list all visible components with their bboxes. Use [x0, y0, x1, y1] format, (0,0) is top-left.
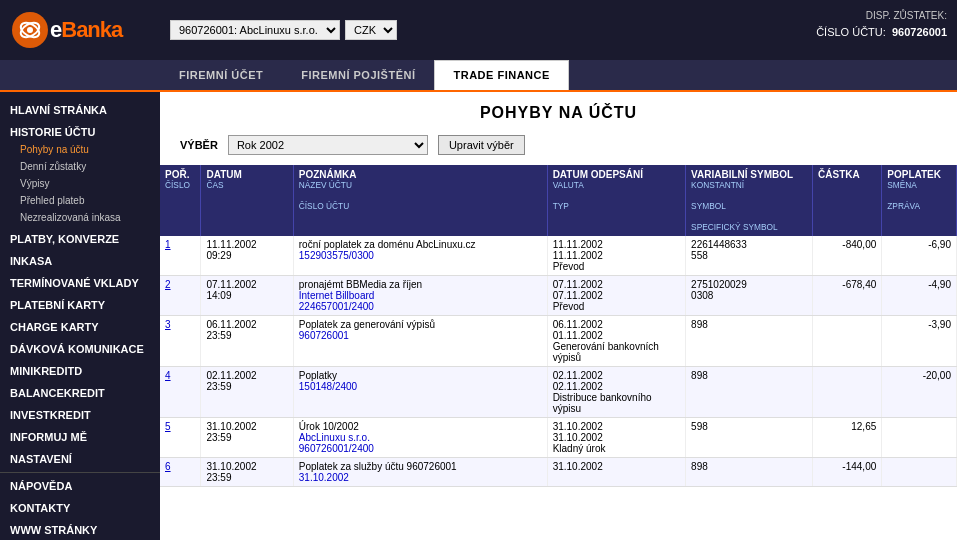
- row-link[interactable]: 1: [165, 239, 171, 250]
- table-cell: 31.10.2002: [547, 458, 685, 487]
- table-cell: [813, 316, 882, 367]
- table-cell: 31.10.200223:59: [201, 418, 293, 458]
- sidebar-item-napoveda[interactable]: NÁPOVĚDA: [0, 477, 160, 495]
- data-table: POŘ.ČÍSLO DATUMČAS POZNÁMKANÁZEV ÚČTUČÍS…: [160, 165, 957, 487]
- table-cell: 598: [686, 418, 813, 458]
- sidebar-item-investkredit[interactable]: INVESTKREDIT: [0, 406, 160, 424]
- filter-button[interactable]: Upravit výběr: [438, 135, 525, 155]
- table-cell: 898: [686, 367, 813, 418]
- sidebar-item-informuj[interactable]: INFORMUJ MĚ: [0, 428, 160, 446]
- sidebar-item-prehled[interactable]: Přehled plateb: [0, 192, 160, 209]
- table-cell: [882, 418, 957, 458]
- cislo-label: ČÍSLO ÚČTU: 960726001: [816, 24, 947, 42]
- th-poplatek: POPLATEKSMĚNAZPRÁVA: [882, 165, 957, 236]
- table-cell: 07.11.200207.11.2002Převod: [547, 276, 685, 316]
- svg-point-3: [27, 27, 33, 33]
- logo-icon: [10, 10, 50, 50]
- table-cell: -3,90: [882, 316, 957, 367]
- table-row: 631.10.200223:59Poplatek za služby účtu …: [160, 458, 957, 487]
- tab-firemni-pojisteni[interactable]: FIREMNÍ POJIŠTĚNÍ: [282, 60, 434, 90]
- table-row: 306.11.200223:59Poplatek za generování v…: [160, 316, 957, 367]
- logo-area: eBanka: [10, 10, 170, 50]
- logo-text: eBanka: [50, 17, 122, 43]
- table-cell: 898: [686, 316, 813, 367]
- header-controls: 960726001: AbcLinuxu s.r.o. CZK: [170, 20, 397, 40]
- sidebar-item-platebni[interactable]: PLATEBNÍ KARTY: [0, 296, 160, 314]
- sidebar-item-pohyby[interactable]: Pohyby na účtu: [0, 141, 160, 158]
- table-cell: 898: [686, 458, 813, 487]
- header-right: DISP. ZŮSTATEK: ČÍSLO ÚČTU: 960726001: [816, 8, 947, 42]
- row-link[interactable]: 3: [165, 319, 171, 330]
- disp-label: DISP. ZŮSTATEK:: [816, 8, 947, 24]
- table-cell: 11.11.200209:29: [201, 236, 293, 276]
- sidebar-item-platby[interactable]: PLATBY, KONVERZE: [0, 230, 160, 248]
- table-cell: 27510200290308: [686, 276, 813, 316]
- filter-label: VÝBĚR: [180, 139, 218, 151]
- sidebar-item-kontakty[interactable]: KONTAKTY: [0, 499, 160, 517]
- content-area: POHYBY NA ÚČTU VÝBĚR Rok 2002 Rok 2001 R…: [160, 92, 957, 540]
- table-cell: 1: [160, 236, 201, 276]
- table-cell: -4,90: [882, 276, 957, 316]
- sidebar: HLAVNÍ STRÁNKA HISTORIE ÚČTU Pohyby na ú…: [0, 92, 160, 540]
- table-cell: Úrok 10/2002AbcLinuxu s.r.o.960726001/24…: [293, 418, 547, 458]
- table-cell: 5: [160, 418, 201, 458]
- sidebar-item-minikredit[interactable]: MINIKREDITD: [0, 362, 160, 380]
- th-datum2: DATUM ODEPSÁNÍVALUTATYP: [547, 165, 685, 236]
- table-cell: Poplatky150148/2400: [293, 367, 547, 418]
- table-cell: 02.11.200202.11.2002Distribuce bankovníh…: [547, 367, 685, 418]
- table-cell: -20,00: [882, 367, 957, 418]
- account-selector[interactable]: 960726001: AbcLinuxu s.r.o.: [170, 20, 340, 40]
- table-row: 111.11.200209:29roční poplatek za doménu…: [160, 236, 957, 276]
- table-cell: 12,65: [813, 418, 882, 458]
- table-cell: roční poplatek za doménu AbcLinuxu.cz152…: [293, 236, 547, 276]
- table-cell: 4: [160, 367, 201, 418]
- row-link[interactable]: 2: [165, 279, 171, 290]
- table-cell: 06.11.200223:59: [201, 316, 293, 367]
- sidebar-item-inkasa-nez[interactable]: Nezrealizovaná inkasa: [0, 209, 160, 226]
- sidebar-item-davkova[interactable]: DÁVKOVÁ KOMUNIKACE: [0, 340, 160, 358]
- sidebar-item-terminovane[interactable]: TERMÍNOVANÉ VKLADY: [0, 274, 160, 292]
- nav-tabs: FIREMNÍ ÚČET FIREMNÍ POJIŠTĚNÍ TRADE FIN…: [0, 60, 957, 92]
- th-variabilni: VARIABILNÍ SYMBOLKONSTANTNÍSYMBOLSPECIFI…: [686, 165, 813, 236]
- sidebar-item-www[interactable]: WWW STRÁNKY: [0, 521, 160, 539]
- main-layout: HLAVNÍ STRÁNKA HISTORIE ÚČTU Pohyby na ú…: [0, 92, 957, 540]
- th-datum: DATUMČAS: [201, 165, 293, 236]
- tab-trade-finance[interactable]: TRADE FINANCE: [434, 60, 568, 90]
- table-cell: -144,00: [813, 458, 882, 487]
- table-cell: Poplatek za služby účtu 96072600131.10.2…: [293, 458, 547, 487]
- sidebar-item-vypisy[interactable]: Výpisy: [0, 175, 160, 192]
- filter-bar: VÝBĚR Rok 2002 Rok 2001 Rok 2000 Upravit…: [160, 130, 957, 165]
- th-por: POŘ.ČÍSLO: [160, 165, 201, 236]
- th-poznamka: POZNÁMKANÁZEV ÚČTUČÍSLO ÚČTU: [293, 165, 547, 236]
- table-cell: [882, 458, 957, 487]
- th-castka: ČÁSTKA: [813, 165, 882, 236]
- row-link[interactable]: 5: [165, 421, 171, 432]
- table-cell: 31.10.200231.10.2002Kladný úrok: [547, 418, 685, 458]
- table-row: 531.10.200223:59Úrok 10/2002AbcLinuxu s.…: [160, 418, 957, 458]
- sidebar-item-balancekredit[interactable]: BALANCEKREDIT: [0, 384, 160, 402]
- sidebar-item-inkasa[interactable]: INKASA: [0, 252, 160, 270]
- table-row: 207.11.200214:09pronajémt BBMedia za říj…: [160, 276, 957, 316]
- header: eBanka 960726001: AbcLinuxu s.r.o. CZK D…: [0, 0, 957, 60]
- table-cell: -840,00: [813, 236, 882, 276]
- filter-select[interactable]: Rok 2002 Rok 2001 Rok 2000: [228, 135, 428, 155]
- tab-firemni-ucet[interactable]: FIREMNÍ ÚČET: [160, 60, 282, 90]
- table-cell: Poplatek za generování výpisů960726001: [293, 316, 547, 367]
- currency-selector[interactable]: CZK: [345, 20, 397, 40]
- sidebar-divider: [0, 472, 160, 473]
- row-link[interactable]: 6: [165, 461, 171, 472]
- account-number: 960726001: [892, 26, 947, 38]
- table-cell: 3: [160, 316, 201, 367]
- sidebar-item-hlavni-stranka[interactable]: HLAVNÍ STRÁNKA: [0, 101, 160, 119]
- sidebar-item-nastaveni[interactable]: NASTAVENÍ: [0, 450, 160, 468]
- table-cell: 06.11.200201.11.2002Generování bankovníc…: [547, 316, 685, 367]
- table-cell: [813, 367, 882, 418]
- sidebar-item-charge[interactable]: CHARGE KARTY: [0, 318, 160, 336]
- table-cell: -6,90: [882, 236, 957, 276]
- sidebar-item-denni[interactable]: Denní zůstatky: [0, 158, 160, 175]
- table-cell: -678,40: [813, 276, 882, 316]
- sidebar-item-historie-uctu[interactable]: HISTORIE ÚČTU: [0, 123, 160, 141]
- row-link[interactable]: 4: [165, 370, 171, 381]
- table-cell: 31.10.200223:59: [201, 458, 293, 487]
- table-cell: 2: [160, 276, 201, 316]
